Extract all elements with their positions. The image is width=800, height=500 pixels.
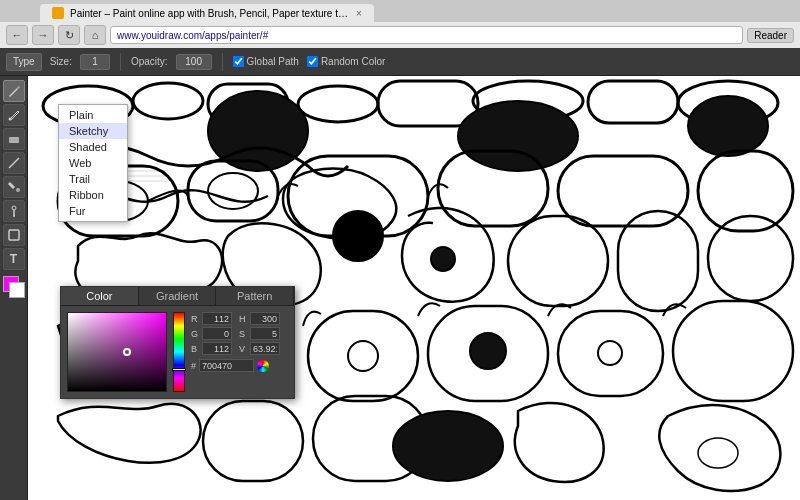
fill-tool[interactable]: [3, 176, 25, 198]
background-color[interactable]: [9, 282, 25, 298]
tab-favicon: [52, 7, 64, 19]
tools-sidebar: T: [0, 76, 28, 500]
color-inputs: R H G S B: [191, 312, 288, 392]
global-path-group: Global Path: [233, 56, 299, 67]
svg-point-5: [12, 206, 16, 210]
svg-point-19: [688, 96, 768, 156]
svg-rect-7: [9, 230, 19, 240]
svg-point-0: [8, 118, 11, 121]
forward-btn[interactable]: →: [32, 25, 54, 45]
type-dropdown: Plain Sketchy Shaded Web Trail Ribbon Fu…: [58, 104, 128, 222]
active-tab[interactable]: Painter – Paint online app with Brush, P…: [40, 4, 374, 22]
color-panel: Color Gradient Pattern: [60, 286, 295, 399]
pencil-tool[interactable]: [3, 104, 25, 126]
size-label: Size:: [50, 56, 72, 67]
b-input[interactable]: [202, 342, 232, 355]
svg-line-3: [9, 158, 19, 168]
b-label: B: [191, 344, 199, 354]
gradient-surface: [68, 313, 166, 391]
color-swatch-container[interactable]: [3, 276, 25, 298]
r-row: R H: [191, 312, 288, 325]
hue-bar[interactable]: [173, 312, 185, 392]
svg-point-38: [470, 333, 506, 369]
type-sketchy[interactable]: Sketchy: [59, 123, 127, 139]
type-trail[interactable]: Trail: [59, 171, 127, 187]
opacity-input[interactable]: [176, 54, 212, 70]
color-tab-pattern[interactable]: Pattern: [216, 287, 294, 305]
s-label: S: [239, 329, 247, 339]
b-row: B V: [191, 342, 288, 355]
hue-cursor: [172, 368, 186, 371]
h-label: H: [239, 314, 247, 324]
browser-chrome: Painter – Paint online app with Brush, P…: [0, 0, 800, 48]
main-area: T: [0, 76, 800, 500]
text-tool[interactable]: T: [3, 248, 25, 270]
hex-row: #: [191, 359, 288, 372]
type-ribbon[interactable]: Ribbon: [59, 187, 127, 203]
random-color-group: Random Color: [307, 56, 385, 67]
svg-point-42: [393, 411, 503, 481]
random-color-checkbox[interactable]: [307, 56, 318, 67]
r-label: R: [191, 314, 199, 324]
random-color-label: Random Color: [321, 56, 385, 67]
h-input[interactable]: [250, 312, 280, 325]
svg-point-28: [333, 211, 383, 261]
toolbar-divider-2: [222, 53, 223, 71]
opacity-label: Opacity:: [131, 56, 168, 67]
hex-label: #: [191, 361, 196, 371]
size-input[interactable]: [80, 54, 110, 70]
color-panel-tabs: Color Gradient Pattern: [61, 287, 294, 306]
refresh-btn[interactable]: ↻: [58, 25, 80, 45]
s-input[interactable]: [250, 327, 280, 340]
address-bar[interactable]: www.youidraw.com/apps/painter/#: [110, 26, 743, 44]
v-input[interactable]: [250, 342, 280, 355]
reader-btn[interactable]: Reader: [747, 28, 794, 43]
home-btn[interactable]: ⌂: [84, 25, 106, 45]
svg-point-4: [16, 188, 20, 192]
r-input[interactable]: [202, 312, 232, 325]
canvas-area[interactable]: Plain Sketchy Shaded Web Trail Ribbon Fu…: [28, 76, 800, 500]
type-fur[interactable]: Fur: [59, 203, 127, 219]
g-label: G: [191, 329, 199, 339]
color-tab-gradient[interactable]: Gradient: [139, 287, 217, 305]
shape-tool[interactable]: [3, 224, 25, 246]
hex-input[interactable]: [199, 359, 254, 372]
v-label: V: [239, 344, 247, 354]
tab-close-btn[interactable]: ×: [356, 8, 362, 19]
type-button[interactable]: Type: [6, 53, 42, 71]
browser-tabs: Painter – Paint online app with Brush, P…: [0, 0, 800, 22]
svg-point-6: [13, 215, 15, 217]
gradient-picker[interactable]: [67, 312, 167, 392]
type-plain[interactable]: Plain: [59, 107, 127, 123]
type-shaded[interactable]: Shaded: [59, 139, 127, 155]
color-panel-body: R H G S B: [61, 306, 294, 398]
eraser-tool[interactable]: [3, 128, 25, 150]
type-web[interactable]: Web: [59, 155, 127, 171]
browser-toolbar: ← → ↻ ⌂ www.youidraw.com/apps/painter/# …: [0, 22, 800, 48]
svg-point-29: [431, 247, 455, 271]
eyedropper-tool[interactable]: [3, 200, 25, 222]
color-wheel-btn[interactable]: [257, 360, 269, 372]
back-btn[interactable]: ←: [6, 25, 28, 45]
brush-tool[interactable]: [3, 80, 25, 102]
toolbar-divider-1: [120, 53, 121, 71]
svg-point-18: [458, 101, 578, 171]
line-tool[interactable]: [3, 152, 25, 174]
g-row: G S: [191, 327, 288, 340]
url-text: www.youidraw.com/apps/painter/#: [117, 30, 268, 41]
app-toolbar: Type Size: Opacity: Global Path Random C…: [0, 48, 800, 76]
g-input[interactable]: [202, 327, 232, 340]
tab-title: Painter – Paint online app with Brush, P…: [70, 8, 350, 19]
color-tab-color[interactable]: Color: [61, 287, 139, 305]
global-path-label: Global Path: [247, 56, 299, 67]
app-container: Type Size: Opacity: Global Path Random C…: [0, 48, 800, 500]
global-path-checkbox[interactable]: [233, 56, 244, 67]
